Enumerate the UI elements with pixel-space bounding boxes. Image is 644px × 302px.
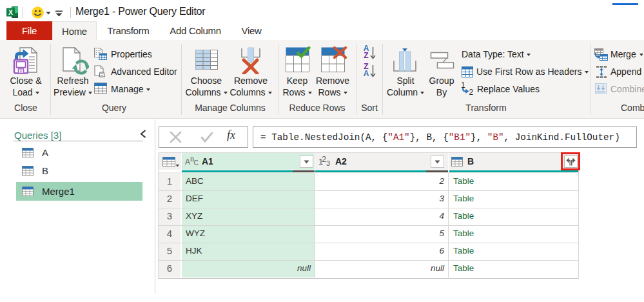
svg-text:2: 2	[469, 88, 474, 96]
svg-text:X: X	[8, 8, 13, 16]
